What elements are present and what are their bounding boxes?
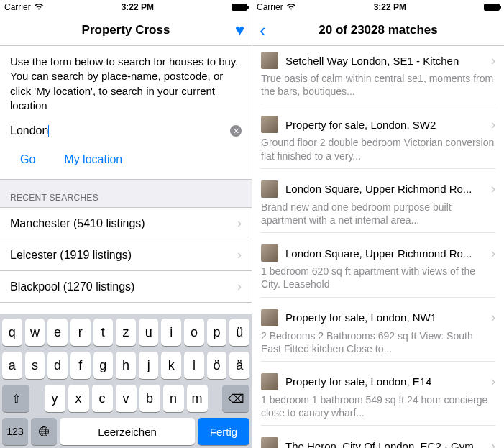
globe-key[interactable] xyxy=(31,418,57,445)
wifi-icon xyxy=(34,2,44,12)
letter-key-q[interactable]: q xyxy=(2,319,22,346)
navbar: Property Cross ♥ xyxy=(0,14,252,46)
letter-key-u[interactable]: u xyxy=(139,319,159,346)
letter-key-m[interactable]: m xyxy=(187,385,208,412)
letter-key-j[interactable]: j xyxy=(139,352,159,379)
result-thumbnail xyxy=(261,373,278,390)
keyboard: qwertzuiopü asdfghjklöä ⇧ yxcvbnm ⌫ 123 … xyxy=(0,314,252,448)
letter-key-c[interactable]: c xyxy=(92,385,113,412)
result-title: Property for sale, London, E14 xyxy=(285,375,484,388)
go-button[interactable]: Go xyxy=(20,153,35,166)
letter-key-e[interactable]: e xyxy=(47,319,68,346)
chevron-right-icon: › xyxy=(491,310,495,325)
chevron-right-icon: › xyxy=(491,439,495,448)
result-thumbnail xyxy=(261,52,278,69)
letter-key-x[interactable]: x xyxy=(68,385,89,412)
action-buttons: Go My location xyxy=(0,143,252,179)
result-description: Ground floor 2 double bedroom Victorian … xyxy=(261,136,495,168)
letter-key-f[interactable]: f xyxy=(70,352,91,379)
result-title: The Heron, City Of London, EC2 - Gym xyxy=(285,440,484,448)
letter-key-b[interactable]: b xyxy=(139,385,160,412)
result-item[interactable]: Property for sale, London, E14›1 bedroom… xyxy=(252,367,504,431)
letter-key-p[interactable]: p xyxy=(207,319,227,346)
recent-search-label: Blackpool (1270 listings) xyxy=(10,280,134,293)
battery-icon xyxy=(484,4,500,11)
search-input[interactable]: London xyxy=(10,124,230,137)
chevron-right-icon: › xyxy=(491,246,495,261)
letter-key-o[interactable]: o xyxy=(184,319,204,346)
result-title: London Square, Upper Richmond Ro... xyxy=(285,183,484,195)
result-thumbnail xyxy=(261,116,278,133)
result-item[interactable]: Property for sale, London, NW1›2 Bedroom… xyxy=(252,303,504,367)
chevron-right-icon: › xyxy=(491,374,495,389)
chevron-right-icon: › xyxy=(237,279,242,294)
letter-key-i[interactable]: i xyxy=(161,319,181,346)
letter-key-y[interactable]: y xyxy=(45,385,65,412)
backspace-key[interactable]: ⌫ xyxy=(222,385,249,412)
recent-searches-header: RECENT SEARCHES xyxy=(0,179,252,208)
back-button[interactable]: ‹ xyxy=(260,21,266,40)
clear-input-icon[interactable]: ✕ xyxy=(230,125,242,137)
result-item[interactable]: The Heron, City Of London, EC2 - Gym›Gal… xyxy=(252,431,504,448)
search-field-row: London ✕ xyxy=(0,119,252,143)
navbar: ‹ 20 of 23028 matches xyxy=(252,14,504,46)
recent-search-item[interactable]: Manchester (5410 listings) › xyxy=(0,208,252,239)
favorites-heart-icon[interactable]: ♥ xyxy=(235,21,244,40)
clock: 3:22 PM xyxy=(44,2,232,12)
result-title: Property for sale, London, NW1 xyxy=(285,311,484,324)
letter-key-h[interactable]: h xyxy=(116,352,136,379)
letter-key-ö[interactable]: ö xyxy=(207,352,227,379)
result-description: 1 bedroom 620 sq ft apartment with views… xyxy=(261,265,495,297)
letter-key-ä[interactable]: ä xyxy=(229,352,249,379)
result-item[interactable]: London Square, Upper Richmond Ro...›1 be… xyxy=(252,239,504,303)
letter-key-ü[interactable]: ü xyxy=(229,319,249,346)
page-title: Property Cross xyxy=(36,23,216,37)
status-bar: Carrier 3:22 PM xyxy=(0,0,252,14)
letter-key-z[interactable]: z xyxy=(116,319,136,346)
letter-key-w[interactable]: w xyxy=(25,319,45,346)
result-description: 2 Bedrooms 2 Bathrooms 692 sq ft View: S… xyxy=(261,329,495,362)
letter-key-k[interactable]: k xyxy=(161,352,181,379)
result-title: Property for sale, London, SW2 xyxy=(285,119,484,131)
result-title: London Square, Upper Richmond Ro... xyxy=(285,247,484,260)
letter-key-v[interactable]: v xyxy=(116,385,137,412)
numbers-key[interactable]: 123 xyxy=(2,418,28,445)
recent-search-label: Manchester (5410 listings) xyxy=(10,217,145,230)
search-input-value: London xyxy=(10,124,48,137)
recent-search-label: Leicester (1919 listings) xyxy=(10,249,132,262)
status-bar: Carrier 3:22 PM xyxy=(252,0,504,14)
letter-key-t[interactable]: t xyxy=(93,319,114,346)
letter-key-n[interactable]: n xyxy=(163,385,184,412)
chevron-right-icon: › xyxy=(491,117,495,132)
done-key[interactable]: Fertig xyxy=(198,418,249,445)
letter-key-l[interactable]: l xyxy=(184,352,204,379)
letter-key-a[interactable]: a xyxy=(2,352,22,379)
result-item[interactable]: Property for sale, London, SW2›Ground fl… xyxy=(252,110,504,174)
letter-key-d[interactable]: d xyxy=(47,352,68,379)
chevron-right-icon: › xyxy=(491,181,495,196)
letter-key-g[interactable]: g xyxy=(93,352,114,379)
instructions-text: Use the form below to search for houses … xyxy=(0,46,252,119)
result-thumbnail xyxy=(261,437,278,448)
result-thumbnail xyxy=(261,244,278,262)
wifi-icon xyxy=(286,2,296,12)
text-cursor xyxy=(48,125,49,137)
results-list: Setchell Way London, SE1 - Kitchen›True … xyxy=(252,46,504,448)
search-screen: Carrier 3:22 PM Property Cross ♥ Use the… xyxy=(0,0,252,448)
result-thumbnail xyxy=(261,180,278,198)
chevron-right-icon: › xyxy=(237,216,242,231)
results-screen: Carrier 3:22 PM ‹ 20 of 23028 matches Se… xyxy=(252,0,504,448)
shift-key[interactable]: ⇧ xyxy=(2,385,29,412)
carrier-label: Carrier xyxy=(257,2,283,12)
space-key[interactable]: Leerzeichen xyxy=(60,418,195,445)
carrier-label: Carrier xyxy=(4,2,31,12)
result-item[interactable]: London Square, Upper Richmond Ro...›Bran… xyxy=(252,175,504,239)
recent-search-item[interactable]: Leicester (1919 listings) › xyxy=(0,239,252,271)
my-location-button[interactable]: My location xyxy=(64,153,122,166)
letter-key-s[interactable]: s xyxy=(25,352,45,379)
recent-search-item[interactable]: Blackpool (1270 listings) › xyxy=(0,271,252,303)
result-item[interactable]: Setchell Way London, SE1 - Kitchen›True … xyxy=(252,46,504,110)
letter-key-r[interactable]: r xyxy=(70,319,91,346)
page-title: 20 of 23028 matches xyxy=(288,23,468,37)
result-thumbnail xyxy=(261,309,278,326)
